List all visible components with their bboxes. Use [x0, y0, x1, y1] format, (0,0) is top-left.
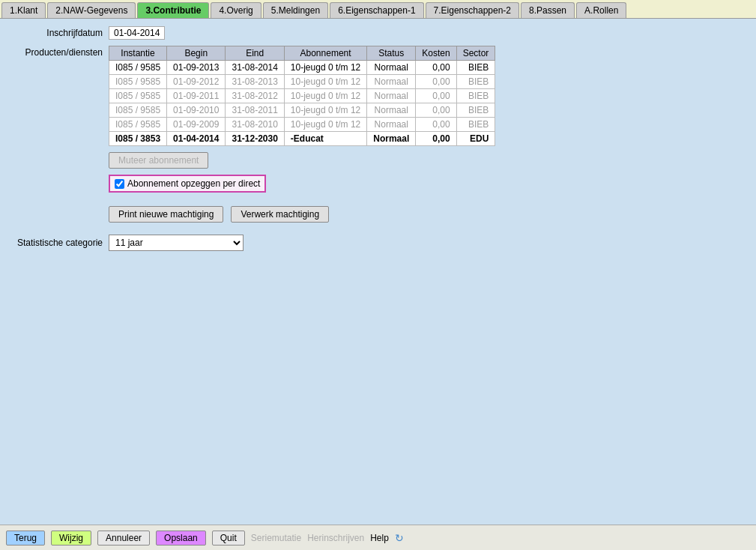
annuleer-button[interactable]: Annuleer	[97, 531, 150, 546]
tab-klant[interactable]: 1.Klant	[1, 2, 46, 18]
col-sector: Sector	[456, 46, 495, 61]
col-eind: Eind	[226, 46, 284, 61]
abonnement-opzeggen-checkbox[interactable]	[115, 179, 124, 189]
muteer-row: Muteer abonnement	[109, 152, 745, 169]
stat-row: Statistische categorie 11 jaar 12 jaar 1…	[11, 235, 745, 251]
seriemutatie-button[interactable]: Seriemutatie	[251, 533, 301, 543]
verwerk-machtiging-button[interactable]: Verwerk machtiging	[231, 206, 329, 223]
table-container: Instantie Begin Eind Abonnement Status K…	[109, 46, 495, 146]
bottom-bar: Terug Wijzig Annuleer Opslaan Quit Serie…	[0, 525, 756, 550]
tab-overig[interactable]: 4.Overig	[211, 2, 261, 18]
inschrijfdatum-value: 01-04-2014	[109, 26, 165, 40]
action-buttons-row: Print nieuwe machtiging Verwerk machtigi…	[109, 206, 745, 223]
main-content: Inschrijfdatum 01-04-2014 Producten/dien…	[0, 19, 756, 525]
abonnement-opzeggen-text: Abonnement opzeggen per direct	[127, 178, 260, 189]
col-status: Status	[367, 46, 416, 61]
table-row[interactable]: I085 / 958501-09-201131-08-201210-jeugd …	[109, 89, 495, 103]
inschrijfdatum-row: Inschrijfdatum 01-04-2014	[11, 26, 745, 40]
tab-bar: 1.Klant 2.NAW-Gegevens 3.Contributie 4.O…	[0, 0, 756, 19]
tab-eigenschappen1[interactable]: 6.Eigenschappen-1	[330, 2, 423, 18]
tab-contributie[interactable]: 3.Contributie	[137, 2, 209, 18]
terug-button[interactable]: Terug	[6, 531, 45, 546]
opslaan-button[interactable]: Opslaan	[156, 531, 206, 546]
col-begin: Begin	[167, 46, 226, 61]
table-row[interactable]: I085 / 958501-09-201031-08-201110-jeugd …	[109, 103, 495, 118]
col-kosten: Kosten	[416, 46, 456, 61]
wijzig-button[interactable]: Wijzig	[51, 531, 91, 546]
col-instantie: Instantie	[109, 46, 167, 61]
products-table: Instantie Begin Eind Abonnement Status K…	[109, 46, 495, 146]
abonnement-opzeggen-label[interactable]: Abonnement opzeggen per direct	[109, 175, 266, 193]
herinschrijven-button[interactable]: Herinschrijven	[307, 533, 364, 543]
table-row[interactable]: I085 / 958501-09-201331-08-201410-jeugd …	[109, 61, 495, 75]
stat-select[interactable]: 11 jaar 12 jaar 10 jaar 9 jaar	[109, 235, 244, 251]
table-row[interactable]: I085 / 958501-09-201231-08-201310-jeugd …	[109, 75, 495, 89]
tab-meldingen[interactable]: 5.Meldingen	[263, 2, 328, 18]
tab-eigenschappen2[interactable]: 7.Eigenschappen-2	[426, 2, 519, 18]
help-button[interactable]: Help	[370, 533, 389, 543]
col-abonnement: Abonnement	[284, 46, 366, 61]
table-row[interactable]: I085 / 958501-09-200931-08-201010-jeugd …	[109, 118, 495, 132]
refresh-icon[interactable]: ↻	[395, 532, 404, 544]
producten-row: Producten/diensten Instantie Begin Eind …	[11, 46, 745, 146]
print-machtiging-button[interactable]: Print nieuwe machtiging	[109, 206, 223, 223]
table-row[interactable]: I085 / 385301-04-201431-12-2030-EducatNo…	[109, 132, 495, 146]
tab-naw[interactable]: 2.NAW-Gegevens	[47, 2, 136, 18]
quit-button[interactable]: Quit	[212, 531, 245, 546]
checkbox-row: Abonnement opzeggen per direct	[109, 175, 745, 193]
stat-label: Statistische categorie	[11, 238, 109, 248]
tab-rollen[interactable]: A.Rollen	[576, 2, 626, 18]
muteer-button[interactable]: Muteer abonnement	[109, 152, 208, 169]
tab-passen[interactable]: 8.Passen	[521, 2, 575, 18]
producten-label: Producten/diensten	[11, 46, 109, 58]
inschrijfdatum-label: Inschrijfdatum	[11, 26, 109, 38]
